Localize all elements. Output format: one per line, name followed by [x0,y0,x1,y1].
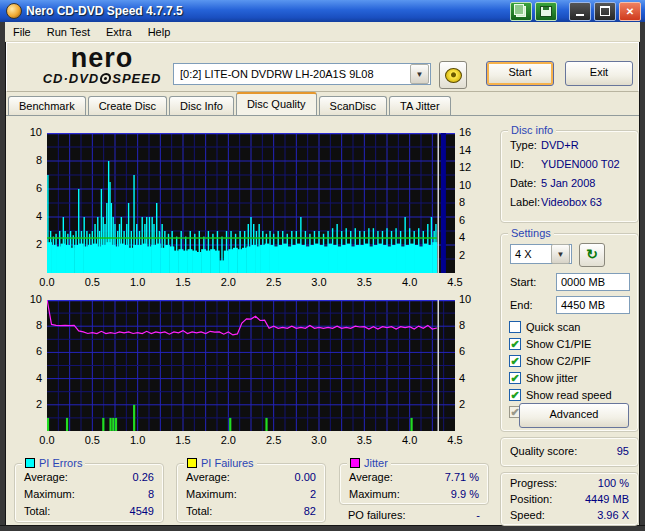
axis-tick-label: 4.5 [443,434,467,446]
quality-score-value: 95 [617,445,629,457]
axis-tick-label: 16 [459,126,489,138]
axis-tick-label: 3.0 [307,434,331,446]
axis-tick-label: 12 [459,161,489,173]
axis-tick-label: 3.5 [352,276,376,288]
pif-maximum-label: Maximum: [186,488,237,500]
axis-tick-label: 10 [8,293,42,305]
copy-screenshot-button[interactable] [510,2,532,21]
pif-maximum-value: 2 [310,488,316,500]
axis-tick-label: 6 [8,182,42,194]
axis-tick-label: 2 [459,398,489,410]
lead-out-band [441,133,446,273]
axis-tick-label: 3.5 [352,434,376,446]
disc-type-value: DVD+R [541,139,629,151]
progress-label: Progress: [510,477,557,489]
axis-tick-label: 1.0 [126,434,150,446]
menu-run-test[interactable]: Run Test [39,24,98,40]
position-value: 4449 MB [585,493,629,505]
pie-average-label: Average: [24,471,68,483]
window-title: Nero CD-DVD Speed 4.7.7.5 [26,4,507,18]
axis-tick-label: 6 [459,345,489,357]
tab-disc-info[interactable]: Disc Info [169,96,234,115]
minimize-icon [576,14,584,16]
show-c1-pie-checkbox[interactable]: ✔Show C1/PIE [509,337,591,351]
axis-tick-label: 4.0 [398,434,422,446]
pi-failures-legend-box: PI Failures Average:0.00 Maximum:2 Total… [176,463,326,523]
pif-total-label: Total: [186,505,212,517]
maximize-button[interactable] [594,2,616,21]
drive-select[interactable]: [0:2] LITE-ON DVDRW LH-20A1S 9L08 ▼ [173,63,431,85]
advanced-button[interactable]: Advanced [519,403,629,428]
minimize-button[interactable] [569,2,591,21]
axis-tick-label: 8 [8,319,42,331]
speed-select[interactable]: 4 X ▼ [510,244,572,264]
exit-button[interactable]: Exit [565,61,633,86]
show-c2-pif-checkbox[interactable]: ✔Show C2/PIF [509,354,591,368]
axis-tick-label: 2 [8,238,42,250]
disc-info-box: Disc info Type:DVD+R ID:YUDEN000 T02 Dat… [500,130,639,223]
po-failures-label: PO failures: [348,509,405,521]
disc-date-value: 5 Jan 2008 [541,177,629,189]
logo-cddvd: CD·DVD [43,72,100,85]
copy-icon [516,6,526,17]
axis-tick-label: 0.5 [80,276,104,288]
axis-tick-label: 2.5 [262,276,286,288]
tab-benchmark[interactable]: Benchmark [8,96,86,115]
start-button[interactable]: Start [486,61,554,86]
speed-value: 3.96 X [597,509,629,521]
drive-select-value: [0:2] LITE-ON DVDRW LH-20A1S 9L08 [174,68,410,80]
show-jitter-checkbox[interactable]: ✔Show jitter [509,371,577,385]
speed-label: Speed: [510,509,545,521]
axis-tick-label: 3.0 [307,276,331,288]
title-bar[interactable]: Nero CD-DVD Speed 4.7.7.5 ✕ [0,0,645,22]
cd-dvd-speed-logo-text: CD·DVD SPEED [17,72,187,85]
pie-total-label: Total: [24,505,50,517]
axis-tick-label: 14 [459,144,489,156]
pif-total-value: 82 [304,505,316,517]
pif-average-value: 0.00 [295,471,316,483]
quick-scan-checkbox[interactable]: Quick scan [509,320,580,334]
pie-average-value: 0.26 [133,471,154,483]
app-icon [6,3,22,19]
tab-create-disc[interactable]: Create Disc [88,96,167,115]
axis-tick-label: 2.0 [216,434,240,446]
menu-file[interactable]: File [5,24,39,40]
axis-tick-label: 1.5 [171,434,195,446]
tab-bar: Benchmark Create Disc Disc Info Disc Qua… [8,94,639,115]
chevron-down-icon[interactable]: ▼ [410,64,429,84]
pi-failures-swatch [187,458,197,468]
progress-box: Progress:100 % Position:4449 MB Speed:3.… [500,472,639,526]
save-button[interactable] [535,2,557,21]
progress-value: 100 % [598,477,629,489]
disc-type-label: Type: [510,139,537,151]
disc-id-label: ID: [510,158,524,170]
axis-tick-label: 4 [459,231,489,243]
axis-tick-label: 1.5 [171,276,195,288]
axis-tick-label: 6 [8,345,42,357]
speed-select-value: 4 X [511,248,551,260]
axis-tick-label: 4 [8,372,42,384]
tab-ta-jitter[interactable]: TA Jitter [389,96,451,115]
quality-score-box: Quality score:95 [500,437,639,467]
eject-disc-button[interactable] [439,61,467,89]
axis-tick-label: 4.0 [398,276,422,288]
tab-scandisc[interactable]: ScanDisc [319,96,387,115]
axis-tick-label: 8 [8,154,42,166]
pi-errors-swatch [25,458,35,468]
tab-disc-quality[interactable]: Disc Quality [236,92,317,115]
menu-help[interactable]: Help [140,24,179,40]
disc-id-value: YUDEN000 T02 [541,158,629,170]
pi-errors-plot [47,133,455,273]
end-input[interactable] [556,296,630,314]
show-read-speed-checkbox[interactable]: ✔Show read speed [509,388,612,402]
tab-panel-border [6,115,639,116]
menu-extra[interactable]: Extra [98,24,140,40]
close-icon: ✕ [626,6,634,17]
close-button[interactable]: ✕ [619,2,641,21]
refresh-button[interactable]: ↻ [579,243,605,267]
pi-errors-chart: 2468102468101214160.00.51.01.52.02.53.03… [8,126,494,292]
jitter-chart: 2468102468100.00.51.01.52.02.53.03.54.04… [8,293,494,453]
axis-tick-label: 10 [459,179,489,191]
speed-chevron-down-icon[interactable]: ▼ [551,244,570,264]
start-input[interactable] [556,273,630,291]
